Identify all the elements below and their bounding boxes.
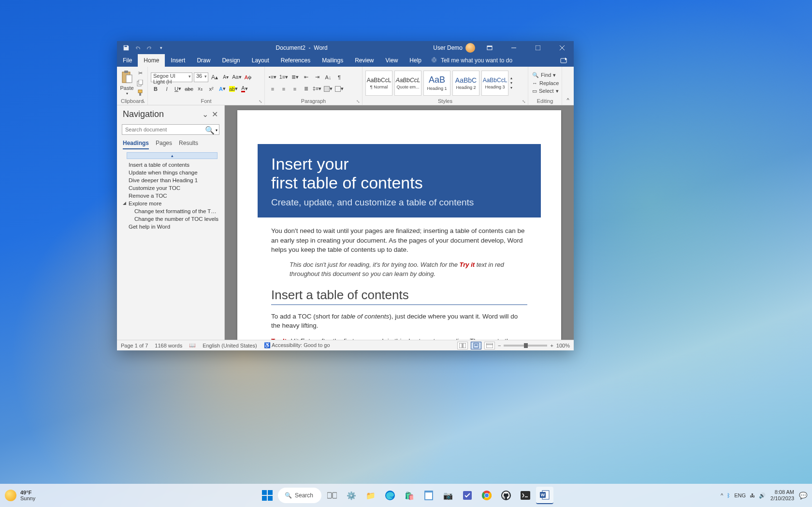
font-face-combo[interactable]: Segoe UI Light (H (151, 72, 192, 82)
tab-layout[interactable]: Layout (246, 54, 275, 67)
print-layout-icon[interactable] (471, 342, 481, 349)
nav-item[interactable]: Update when things change (120, 169, 221, 176)
superscript-button[interactable]: x² (206, 84, 216, 94)
notepad-icon[interactable] (420, 487, 437, 504)
bullets-icon[interactable]: •≡▾ (268, 72, 277, 82)
tab-help[interactable]: Help (404, 54, 427, 67)
nav-item[interactable]: Change text formatting of the TO... (120, 207, 221, 215)
nav-jump-top[interactable]: ▴ (127, 152, 218, 159)
underline-button[interactable]: U▾ (173, 84, 183, 94)
tab-mailings[interactable]: Mailings (316, 54, 349, 67)
justify-icon[interactable]: ≣ (301, 84, 311, 94)
italic-button[interactable]: I (162, 84, 172, 94)
align-center-icon[interactable]: ≡ (279, 84, 289, 94)
shading-icon[interactable]: ▾ (323, 84, 333, 94)
todo-icon[interactable] (459, 487, 476, 504)
multilevel-list-icon[interactable]: ≣▾ (290, 72, 300, 82)
word-count[interactable]: 1168 words (155, 343, 182, 348)
collapse-ribbon-icon[interactable]: ^ (562, 67, 574, 105)
collapse-icon[interactable]: ◢ (123, 201, 126, 205)
save-icon[interactable] (122, 43, 130, 52)
accessibility-status[interactable]: ♿ Accessibility: Good to go (264, 342, 330, 348)
notifications-icon[interactable]: 💬 (799, 492, 807, 499)
style-heading2[interactable]: AaBbCHeading 2 (452, 71, 479, 96)
document-area[interactable]: Insert your first table of contents Crea… (225, 105, 574, 340)
increase-indent-icon[interactable]: ⇥ (312, 72, 322, 82)
terminal-icon[interactable] (517, 487, 534, 504)
text-effects-icon[interactable]: A▾ (218, 84, 227, 94)
style-quote[interactable]: AaBbCcLQuote em... (394, 71, 421, 96)
numbering-icon[interactable]: 1≡▾ (279, 72, 289, 82)
spellcheck-icon[interactable]: 📖 (189, 342, 196, 348)
style-normal[interactable]: AaBbCcL¶ Normal (365, 71, 392, 96)
nav-options-icon[interactable]: ⌄ (200, 110, 210, 119)
paste-button[interactable]: Paste ▾ (120, 70, 134, 96)
align-left-icon[interactable]: ≡ (268, 84, 277, 94)
redo-icon[interactable] (145, 43, 154, 52)
styles-more-icon[interactable]: ▴▾▾ (510, 76, 517, 90)
format-painter-icon[interactable] (136, 89, 145, 97)
nav-item[interactable]: ◢Explore more (120, 200, 221, 207)
close-button[interactable] (552, 41, 572, 54)
subscript-button[interactable]: x₂ (195, 84, 205, 94)
highlight-icon[interactable]: ab▾ (229, 84, 238, 94)
minimize-button[interactable] (504, 41, 523, 54)
sort-icon[interactable]: A↓ (323, 72, 333, 82)
nav-item[interactable]: Customize your TOC (120, 184, 221, 192)
nav-item[interactable]: Change the number of TOC levels (120, 215, 221, 223)
clear-formatting-icon[interactable]: A𝛟 (243, 72, 253, 82)
network-icon[interactable]: 🖧 (750, 493, 755, 498)
volume-icon[interactable]: 🔊 (759, 493, 766, 499)
styles-dialog-launcher[interactable]: ⤡ (522, 99, 527, 104)
zoom-in-icon[interactable]: + (550, 343, 553, 348)
zoom-out-icon[interactable]: − (498, 343, 501, 348)
nav-close-icon[interactable]: ✕ (210, 110, 219, 119)
nav-item[interactable]: Insert a table of contents (120, 161, 221, 169)
camera-icon[interactable]: 📷 (439, 487, 457, 504)
clock[interactable]: 8:08 AM 2/10/2023 (770, 489, 794, 502)
decrease-indent-icon[interactable]: ⇤ (301, 72, 311, 82)
tab-review[interactable]: Review (349, 54, 379, 67)
taskbar-search[interactable]: 🔍 Search (278, 488, 321, 503)
bluetooth-icon[interactable]: ᛒ (727, 493, 730, 498)
copy-icon[interactable] (136, 79, 145, 87)
show-marks-icon[interactable]: ¶ (334, 72, 344, 82)
maximize-button[interactable] (528, 41, 548, 54)
chrome-icon[interactable] (478, 487, 495, 504)
undo-icon[interactable] (133, 43, 142, 52)
page-indicator[interactable]: Page 1 of 7 (121, 343, 148, 348)
settings-app-icon[interactable]: ⚙️ (343, 487, 360, 504)
font-color-icon[interactable]: A▾ (240, 84, 249, 94)
tab-view[interactable]: View (380, 54, 404, 67)
nav-item[interactable]: Dive deeper than Heading 1 (120, 176, 221, 184)
weather-widget[interactable]: 49°F Sunny (5, 490, 35, 501)
tab-draw[interactable]: Draw (191, 54, 216, 67)
word-app-icon[interactable]: W (536, 487, 553, 504)
paragraph-dialog-launcher[interactable]: ⤡ (356, 99, 361, 104)
styles-gallery[interactable]: AaBbCcL¶ Normal AaBbCcLQuote em... AaBHe… (365, 70, 517, 97)
zoom-slider[interactable] (504, 345, 547, 347)
tab-references[interactable]: References (275, 54, 316, 67)
align-right-icon[interactable]: ≡ (290, 84, 300, 94)
tell-me-search[interactable]: Tell me what you want to do (431, 54, 512, 67)
github-icon[interactable] (497, 487, 515, 504)
nav-tab-results[interactable]: Results (179, 140, 198, 149)
shrink-font-icon[interactable]: A▾ (221, 72, 231, 82)
read-mode-icon[interactable] (457, 342, 468, 349)
zoom-level[interactable]: 100% (556, 343, 570, 348)
nav-tab-headings[interactable]: Headings (123, 140, 149, 149)
line-spacing-icon[interactable]: ‡≡▾ (312, 84, 322, 94)
strikethrough-button[interactable]: abc (184, 84, 194, 94)
search-icon[interactable]: 🔍 ▾ (205, 126, 218, 135)
clipboard-dialog-launcher[interactable]: ⤡ (142, 99, 146, 104)
user-account[interactable]: User Demo (433, 43, 475, 53)
font-dialog-launcher[interactable]: ⤡ (259, 99, 263, 104)
replace-button[interactable]: ↔ Replace (531, 80, 560, 87)
file-explorer-icon[interactable]: 📁 (362, 487, 379, 504)
tab-design[interactable]: Design (216, 54, 246, 67)
edge-icon[interactable] (381, 487, 399, 504)
select-button[interactable]: ▭ Select ▾ (531, 87, 560, 95)
task-view-icon[interactable] (323, 487, 341, 504)
tab-home[interactable]: Home (138, 54, 165, 67)
language-indicator[interactable]: English (United States) (203, 343, 257, 348)
